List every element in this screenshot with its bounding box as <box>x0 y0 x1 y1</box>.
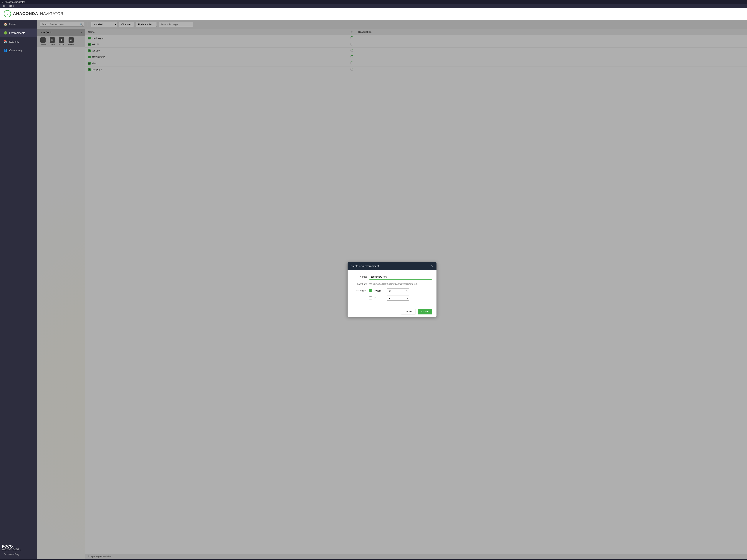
cancel-button[interactable]: Cancel <box>401 309 416 315</box>
app-body: 🏠 Home 🟢 Environments 📚 Learning 👥 Commu… <box>0 20 747 559</box>
sidebar-item-learning[interactable]: 📚 Learning <box>0 37 37 46</box>
sidebar-item-community-label: Community <box>9 49 22 52</box>
learning-icon: 📚 <box>4 40 7 43</box>
sidebar-bottom-developer-blog[interactable]: Developer Blog <box>0 552 37 557</box>
sidebar-item-environments[interactable]: 🟢 Environments <box>0 28 37 37</box>
create-environment-dialog: Create new environment ✕ Name: Location: <box>347 262 437 317</box>
location-row: Location: H:\ProgramData\Anaconda3\envs\… <box>352 283 432 285</box>
sidebar-item-home-label: Home <box>9 23 16 26</box>
r-checkbox[interactable] <box>369 296 372 299</box>
sidebar: 🏠 Home 🟢 Environments 📚 Learning 👥 Commu… <box>0 20 37 559</box>
name-label: Name: <box>352 275 367 278</box>
sidebar-item-environments-label: Environments <box>9 31 25 34</box>
dialog-footer: Cancel Create <box>347 306 437 317</box>
menu-bar: File Help <box>0 4 747 8</box>
app-icon: ○ <box>2 1 3 3</box>
app-title: Anaconda Navigator <box>5 1 25 3</box>
dialog-title: Create new environment <box>351 265 379 268</box>
name-row: Name: <box>352 274 432 279</box>
logo-text: ANACONDA <box>13 11 38 16</box>
python-label: Python <box>374 289 385 292</box>
logo-container: ○ ANACONDA NAVIGATOR <box>4 10 63 18</box>
modal-overlay: Create new environment ✕ Name: Location: <box>37 20 747 559</box>
sidebar-bottom-documentation[interactable]: Documentation <box>0 546 37 552</box>
logo-sub: NAVIGATOR <box>40 11 63 16</box>
location-label: Location: <box>352 283 367 285</box>
sidebar-item-learning-label: Learning <box>9 40 20 43</box>
app-container: ○ ANACONDA NAVIGATOR 🏠 Home 🟢 Environmen… <box>0 8 747 559</box>
main-content: 🔍 Installed Not Installed Updatable Sele… <box>37 20 747 559</box>
logo-circle: ○ <box>4 10 11 18</box>
python-checkbox[interactable] <box>369 289 372 292</box>
dialog-close-button[interactable]: ✕ <box>431 264 434 268</box>
sidebar-item-community[interactable]: 👥 Community <box>0 46 37 55</box>
python-option-row: Python 3.7 3.8 3.6 3.5 2.7 <box>369 288 432 293</box>
r-option-row: R r 3.6 3.5 <box>369 296 432 300</box>
menu-help[interactable]: Help <box>9 5 14 7</box>
packages-row: Packages: Python 3.7 3.8 3.6 <box>352 288 432 300</box>
home-icon: 🏠 <box>4 22 7 26</box>
packages-label: Packages: <box>352 288 367 292</box>
title-bar: ○ Anaconda Navigator <box>0 0 747 4</box>
r-label: R <box>374 297 385 299</box>
sidebar-item-home[interactable]: 🏠 Home <box>0 20 37 28</box>
name-input[interactable] <box>369 274 432 279</box>
app-header: ○ ANACONDA NAVIGATOR <box>0 8 747 20</box>
create-button[interactable]: Create <box>418 309 432 315</box>
community-icon: 👥 <box>4 49 7 52</box>
sidebar-bottom: Documentation Developer Blog <box>0 544 37 559</box>
dialog-body: Name: Location: H:\ProgramData\Anaconda3… <box>347 270 437 306</box>
environments-icon: 🟢 <box>4 31 7 35</box>
python-version-select[interactable]: 3.7 3.8 3.6 3.5 2.7 <box>387 288 409 293</box>
location-value: H:\ProgramData\Anaconda3\envs\tensorflow… <box>369 283 432 285</box>
menu-file[interactable]: File <box>2 5 5 7</box>
dialog-header: Create new environment ✕ <box>347 262 437 270</box>
taskbar: ⬤ ⧉ 🌐 📁 🛍 2020/6/10 23:58 <box>0 559 747 560</box>
packages-options: Python 3.7 3.8 3.6 3.5 2.7 <box>369 288 432 300</box>
r-version-select[interactable]: r 3.6 3.5 <box>387 296 409 300</box>
